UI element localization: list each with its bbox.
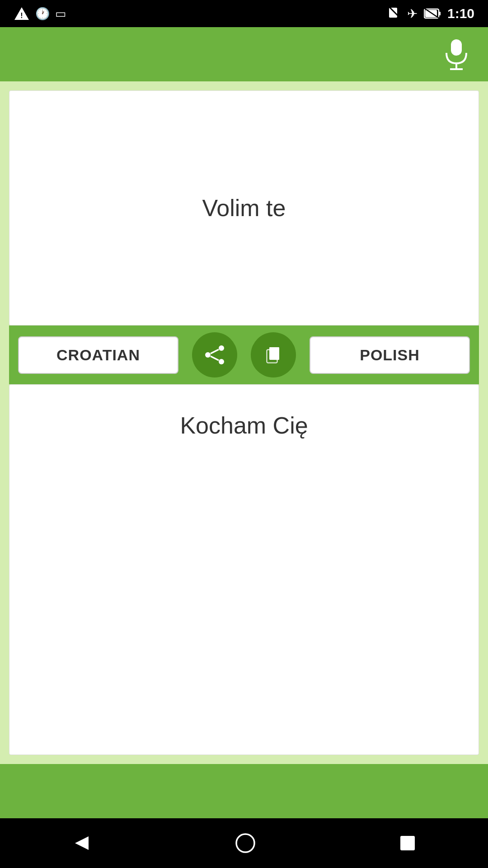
- nosim-icon: [388, 6, 401, 21]
- svg-rect-22: [400, 836, 415, 850]
- source-text-box[interactable]: Volim te: [9, 90, 479, 326]
- clock-icon: 🕐: [35, 7, 50, 21]
- home-button[interactable]: [234, 832, 257, 854]
- target-input-text: Kocham Cię: [180, 412, 308, 439]
- source-translated-text: Volim te: [202, 194, 286, 222]
- svg-marker-20: [75, 836, 89, 850]
- svg-point-12: [205, 352, 211, 358]
- status-bar: ! 🕐 ▭ ✈ 1:10: [0, 0, 488, 27]
- toolbar: [0, 27, 488, 81]
- svg-rect-2: [389, 8, 397, 18]
- recent-apps-button[interactable]: [398, 833, 418, 853]
- svg-rect-19: [269, 347, 279, 360]
- status-time: 1:10: [447, 6, 474, 21]
- svg-rect-8: [451, 39, 462, 56]
- back-icon: [70, 832, 93, 854]
- back-button[interactable]: [70, 832, 93, 854]
- airplane-icon: ✈: [407, 6, 418, 21]
- navigation-bar: [0, 818, 488, 868]
- target-language-button[interactable]: POLISH: [310, 336, 470, 374]
- svg-rect-5: [439, 12, 441, 15]
- battery-icon: [424, 8, 441, 19]
- bottom-green-bar: [0, 764, 488, 818]
- svg-point-21: [236, 834, 254, 852]
- copy-icon: [262, 344, 285, 366]
- svg-point-11: [219, 345, 224, 351]
- status-icons-right: ✈ 1:10: [388, 6, 474, 21]
- home-icon: [234, 832, 257, 854]
- share-icon: [203, 344, 226, 366]
- svg-text:!: !: [20, 12, 23, 19]
- svg-point-13: [219, 359, 224, 364]
- status-icons-left: ! 🕐 ▭: [14, 5, 66, 22]
- main-content: Volim te CROATIAN POLISH: [0, 81, 488, 818]
- recent-apps-icon: [398, 833, 418, 853]
- mic-icon: [443, 38, 470, 70]
- sdcard-icon: ▭: [55, 7, 66, 21]
- mic-button[interactable]: [443, 38, 470, 70]
- share-button[interactable]: [192, 332, 237, 377]
- warning-icon: !: [14, 5, 30, 22]
- svg-line-15: [211, 356, 219, 360]
- action-bar: CROATIAN POLISH: [9, 326, 479, 384]
- svg-line-14: [211, 349, 219, 354]
- copy-button[interactable]: [251, 332, 296, 377]
- source-language-button[interactable]: CROATIAN: [18, 336, 178, 374]
- target-text-box[interactable]: Kocham Cię: [9, 384, 479, 755]
